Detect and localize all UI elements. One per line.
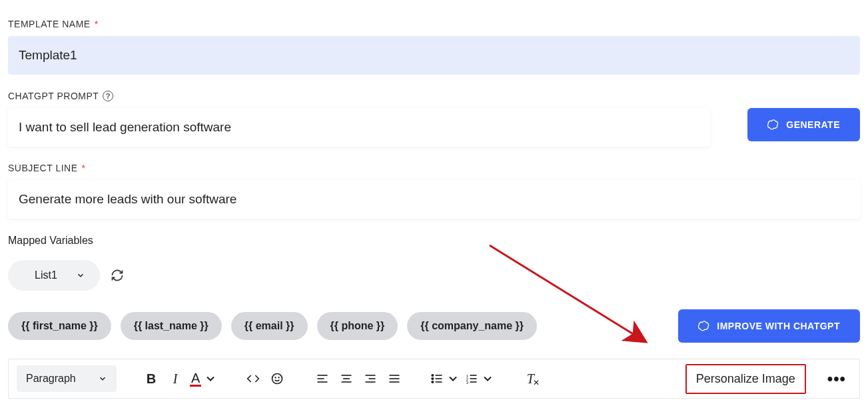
chip-company-name[interactable]: {{ company_name }}: [407, 312, 537, 340]
svg-point-0: [272, 374, 282, 384]
personalize-image-button[interactable]: Personalize Image: [685, 364, 806, 394]
chevron-down-icon: [481, 372, 494, 385]
code-button[interactable]: [241, 367, 265, 391]
chevron-down-icon: [76, 271, 85, 280]
mapped-variables-label: Mapped Variables: [8, 235, 860, 247]
svg-point-1: [275, 377, 276, 378]
variable-chips-row: {{ first_name }} {{ last_name }} {{ emai…: [8, 312, 860, 340]
align-right-button[interactable]: [358, 367, 382, 391]
generate-button[interactable]: GENERATE: [747, 108, 860, 141]
bullet-list-button[interactable]: [428, 367, 462, 391]
openai-icon: [698, 320, 710, 332]
numbered-list-button[interactable]: 123: [462, 367, 497, 391]
chip-phone[interactable]: {{ phone }}: [317, 312, 398, 340]
svg-point-17: [432, 381, 434, 383]
chip-last-name[interactable]: {{ last_name }}: [121, 312, 222, 340]
subject-line-input[interactable]: [8, 180, 860, 219]
chevron-down-icon: [98, 374, 107, 383]
italic-button[interactable]: I: [163, 367, 187, 391]
align-center-button[interactable]: [334, 367, 358, 391]
more-options-button[interactable]: •••: [822, 369, 851, 388]
align-justify-button[interactable]: [382, 367, 406, 391]
align-right-icon: [364, 372, 377, 385]
list-select[interactable]: List1: [8, 260, 100, 291]
improve-with-chatgpt-button[interactable]: IMPROVE WITH CHATGPT: [678, 309, 860, 343]
align-left-icon: [316, 372, 329, 385]
required-star: *: [82, 163, 86, 173]
emoji-button[interactable]: [265, 367, 289, 391]
svg-text:3: 3: [466, 381, 468, 385]
openai-icon: [767, 119, 779, 131]
align-justify-icon: [388, 372, 401, 385]
required-star: *: [95, 19, 99, 29]
help-icon[interactable]: ?: [103, 91, 113, 101]
align-left-button[interactable]: [310, 367, 334, 391]
chip-first-name[interactable]: {{ first_name }}: [8, 312, 111, 340]
smile-icon: [270, 372, 284, 385]
subject-line-label: SUBJECT LINE *: [8, 163, 860, 173]
refresh-icon: [111, 269, 124, 282]
svg-point-16: [432, 378, 434, 380]
svg-point-2: [278, 377, 279, 378]
chevron-down-icon: [204, 372, 217, 385]
code-icon: [246, 372, 260, 385]
chatgpt-prompt-input[interactable]: [8, 108, 710, 147]
chatgpt-prompt-label: CHATGPT PROMPT ?: [8, 91, 860, 101]
refresh-button[interactable]: [111, 269, 124, 282]
template-name-label: TEMPLATE NAME *: [8, 19, 860, 29]
editor-toolbar: Paragraph B I A: [8, 359, 860, 399]
chevron-down-icon: [446, 372, 460, 385]
text-color-button[interactable]: A: [187, 367, 220, 391]
block-format-select[interactable]: Paragraph: [17, 365, 117, 392]
align-center-icon: [340, 372, 353, 385]
numbered-list-icon: 123: [465, 372, 478, 385]
chip-email[interactable]: {{ email }}: [231, 312, 308, 340]
bullet-list-icon: [430, 372, 444, 385]
template-name-input[interactable]: [8, 36, 860, 75]
clear-formatting-button[interactable]: T✕: [518, 367, 542, 391]
bold-button[interactable]: B: [139, 367, 163, 391]
svg-point-15: [432, 375, 434, 377]
